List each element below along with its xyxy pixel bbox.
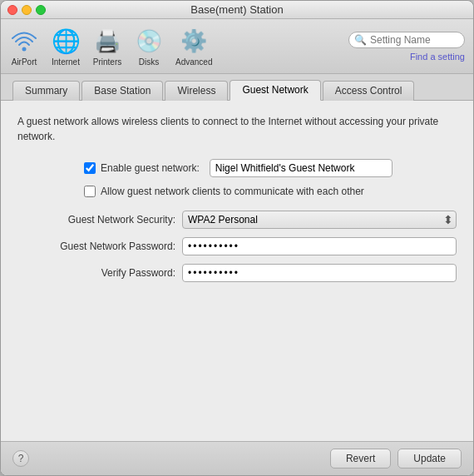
advanced-icon-item[interactable]: ⚙️ Advanced: [175, 26, 212, 67]
advanced-label: Advanced: [175, 57, 212, 67]
allow-clients-label[interactable]: Allow guest network clients to communica…: [101, 186, 364, 197]
security-label: Guest Network Security:: [17, 214, 175, 226]
security-select[interactable]: None WPA Personal WPA2 Personal WPA/WPA2…: [182, 211, 457, 229]
description-text: A guest network allows wireless clients …: [17, 114, 457, 144]
close-button[interactable]: [7, 5, 17, 15]
tab-base-station[interactable]: Base Station: [81, 81, 163, 101]
verify-label: Verify Password:: [17, 267, 175, 279]
form-section: Enable guest network: Allow guest networ…: [17, 159, 457, 282]
search-input[interactable]: [370, 34, 462, 46]
disks-label: Disks: [139, 57, 159, 67]
printers-icon: 🖨️: [92, 26, 122, 56]
printers-label: Printers: [93, 57, 121, 67]
search-icon: 🔍: [354, 34, 367, 46]
maximize-button[interactable]: [36, 5, 46, 15]
disks-icon-item[interactable]: 💿 Disks: [134, 26, 164, 67]
toolbar-right: 🔍 Find a setting: [348, 32, 465, 62]
password-input[interactable]: [182, 237, 457, 255]
internet-label: Internet: [52, 57, 80, 67]
find-setting-link[interactable]: Find a setting: [410, 52, 465, 62]
revert-button[interactable]: Revert: [330, 449, 391, 469]
enable-guest-row: Enable guest network:: [84, 159, 457, 177]
guest-network-name-input[interactable]: [210, 159, 393, 177]
security-select-wrapper: None WPA Personal WPA2 Personal WPA/WPA2…: [182, 211, 457, 229]
toolbar: AirPort 🌐 Internet 🖨️ Printers 💿 Disks ⚙…: [1, 19, 473, 74]
password-row: Guest Network Password:: [17, 237, 457, 255]
update-button[interactable]: Update: [397, 449, 462, 469]
bottom-right-buttons: Revert Update: [330, 449, 462, 469]
svg-point-0: [22, 47, 27, 52]
minimize-button[interactable]: [22, 5, 32, 15]
verify-row: Verify Password:: [17, 264, 457, 282]
allow-clients-row: Allow guest network clients to communica…: [84, 186, 457, 197]
title-bar: Base(ment) Station: [1, 1, 473, 19]
window-title: Base(ment) Station: [190, 3, 283, 16]
search-box[interactable]: 🔍: [348, 32, 465, 48]
content-area: A guest network allows wireless clients …: [1, 101, 473, 441]
airport-icon: [9, 26, 39, 56]
toolbar-icons: AirPort 🌐 Internet 🖨️ Printers 💿 Disks ⚙…: [9, 26, 338, 67]
verify-input[interactable]: [182, 264, 457, 282]
tab-guest-network[interactable]: Guest Network: [230, 80, 320, 101]
airport-icon-item[interactable]: AirPort: [9, 26, 39, 67]
main-window: Base(ment) Station AirPort 🌐 Int: [0, 0, 474, 476]
enable-guest-label[interactable]: Enable guest network:: [101, 162, 200, 174]
password-label: Guest Network Password:: [17, 240, 175, 252]
tab-access-control[interactable]: Access Control: [323, 81, 415, 101]
bottom-bar: ? Revert Update: [1, 441, 473, 475]
security-row: Guest Network Security: None WPA Persona…: [17, 211, 457, 229]
tab-wireless[interactable]: Wireless: [165, 81, 228, 101]
enable-guest-checkbox[interactable]: [84, 162, 96, 174]
internet-icon: 🌐: [51, 26, 81, 56]
disks-icon: 💿: [134, 26, 164, 56]
tab-bar: Summary Base Station Wireless Guest Netw…: [1, 74, 473, 101]
allow-clients-checkbox[interactable]: [84, 186, 96, 197]
tab-summary[interactable]: Summary: [12, 81, 80, 101]
airport-label: AirPort: [12, 57, 37, 67]
printers-icon-item[interactable]: 🖨️ Printers: [92, 26, 122, 67]
window-controls: [7, 5, 46, 15]
help-button[interactable]: ?: [12, 450, 29, 467]
advanced-icon: ⚙️: [179, 26, 209, 56]
internet-icon-item[interactable]: 🌐 Internet: [51, 26, 81, 67]
